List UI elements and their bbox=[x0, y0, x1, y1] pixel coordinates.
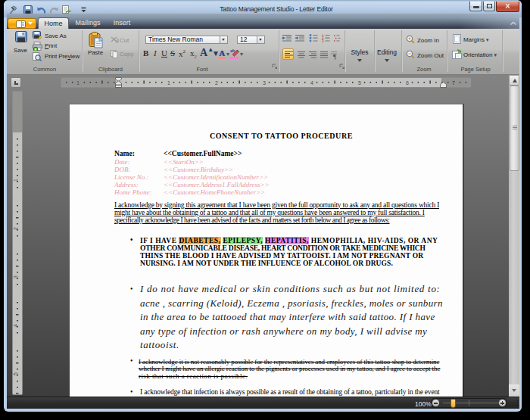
svg-text:3: 3 bbox=[263, 80, 266, 86]
svg-text:1: 1 bbox=[76, 80, 80, 86]
svg-text:¶: ¶ bbox=[333, 53, 336, 61]
svg-text:6: 6 bbox=[406, 80, 409, 86]
svg-text:3: 3 bbox=[322, 39, 324, 43]
svg-text:2: 2 bbox=[215, 80, 218, 86]
svg-text:5: 5 bbox=[358, 80, 361, 86]
svg-text:ab: ab bbox=[230, 48, 235, 53]
svg-text:1: 1 bbox=[167, 80, 170, 86]
svg-text:4: 4 bbox=[310, 80, 313, 86]
svg-text:7: 7 bbox=[452, 80, 455, 86]
